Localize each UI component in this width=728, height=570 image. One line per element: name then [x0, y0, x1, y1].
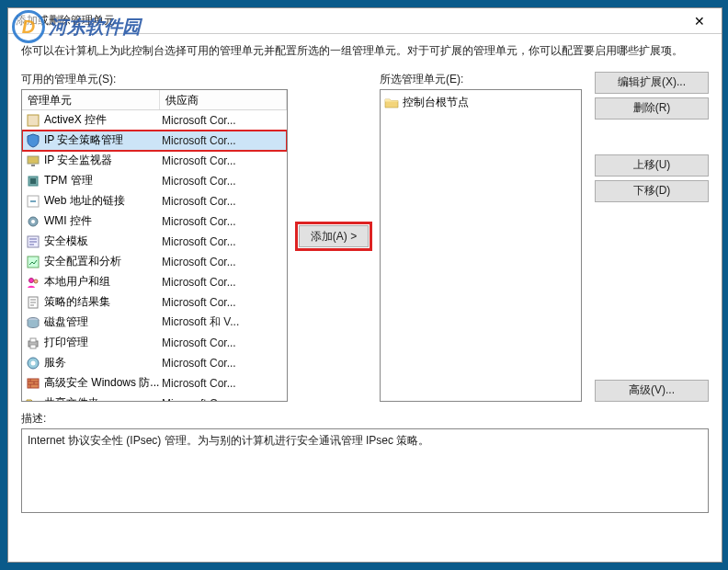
- available-label: 可用的管理单元(S):: [21, 72, 288, 87]
- header-vendor[interactable]: 供应商: [160, 90, 287, 109]
- snapin-name: ActiveX 控件: [44, 112, 162, 128]
- policy-icon: [26, 295, 40, 310]
- firewall-icon: [26, 376, 40, 391]
- svg-point-18: [31, 360, 36, 365]
- snapin-vendor: Microsoft Cor...: [162, 276, 283, 289]
- svg-rect-1: [28, 156, 39, 164]
- list-item[interactable]: 高级安全 Windows 防...Microsoft Cor...: [22, 373, 287, 393]
- list-item[interactable]: 安全配置和分析Microsoft Cor...: [22, 252, 287, 272]
- svg-rect-19: [28, 379, 39, 388]
- snapin-vendor: Microsoft Cor...: [162, 296, 283, 309]
- middle-column: 添加(A) >: [295, 72, 372, 402]
- folder-icon: [26, 396, 40, 401]
- snapin-vendor: Microsoft Cor...: [162, 336, 283, 349]
- description-box: Internet 协议安全性 (IPsec) 管理。为与别的计算机进行安全通讯管…: [21, 428, 709, 513]
- selected-listbox[interactable]: 控制台根节点: [380, 89, 582, 402]
- snapin-vendor: Microsoft Cor...: [162, 154, 283, 167]
- action-buttons-column: 编辑扩展(X)... 删除(R) 上移(U) 下移(D) 高级(V)...: [589, 72, 709, 402]
- move-down-button[interactable]: 下移(D): [595, 180, 709, 202]
- snapin-name: WMI 控件: [44, 213, 162, 229]
- list-item[interactable]: 打印管理Microsoft Cor...: [22, 333, 287, 353]
- users-icon: [26, 275, 40, 290]
- snapin-name: 本地用户和组: [44, 274, 162, 290]
- intro-text: 你可以在计算机上为此控制台选择可用的管理单元并配置所选的一组管理单元。对于可扩展…: [21, 43, 709, 59]
- list-item[interactable]: Web 地址的链接Microsoft Cor...: [22, 191, 287, 211]
- description-section: 描述: Internet 协议安全性 (IPsec) 管理。为与别的计算机进行安…: [21, 411, 709, 513]
- add-button-highlight: 添加(A) >: [296, 222, 371, 250]
- available-listbox[interactable]: 管理单元 供应商 ActiveX 控件Microsoft Cor...IP 安全…: [21, 89, 288, 402]
- advanced-button[interactable]: 高级(V)...: [595, 380, 709, 402]
- snapin-name: 打印管理: [44, 335, 162, 350]
- svg-rect-0: [28, 115, 39, 126]
- analysis-icon: [26, 255, 40, 269]
- snapin-name: 磁盘管理: [44, 314, 162, 330]
- svg-point-7: [31, 220, 35, 223]
- list-item[interactable]: TPM 管理Microsoft Cor...: [22, 171, 287, 191]
- list-item[interactable]: 策略的结果集Microsoft Cor...: [22, 292, 287, 313]
- snapin-vendor: Microsoft Cor...: [162, 235, 283, 248]
- close-button[interactable]: ✕: [681, 10, 718, 32]
- snapin-vendor: Microsoft Cor...: [162, 215, 283, 228]
- snapin-name: 高级安全 Windows 防...: [44, 375, 162, 391]
- add-button[interactable]: 添加(A) >: [299, 225, 369, 247]
- svg-rect-16: [30, 345, 36, 348]
- snapin-name: 安全配置和分析: [44, 254, 162, 269]
- shield-icon: [26, 133, 40, 148]
- services-icon: [26, 356, 40, 370]
- template-icon: [26, 234, 40, 249]
- activex-icon: [26, 113, 40, 128]
- list-item[interactable]: 磁盘管理Microsoft 和 V...: [22, 313, 287, 333]
- available-list-body[interactable]: ActiveX 控件Microsoft Cor...IP 安全策略管理Micro…: [22, 110, 287, 401]
- folder-icon: [384, 96, 399, 110]
- header-name[interactable]: 管理单元: [22, 90, 160, 109]
- snapin-vendor: Microsoft Cor...: [162, 175, 283, 188]
- content-area: 你可以在计算机上为此控制台选择可用的管理单元并配置所选的一组管理单元。对于可扩展…: [8, 34, 722, 562]
- snapin-vendor: Microsoft Cor...: [162, 134, 283, 147]
- tree-root-label: 控制台根节点: [403, 95, 469, 110]
- svg-rect-9: [28, 256, 39, 268]
- snapin-name: TPM 管理: [44, 173, 162, 188]
- tree-root-row[interactable]: 控制台根节点: [384, 94, 577, 112]
- snapin-vendor: Microsoft Cor...: [162, 397, 283, 401]
- selected-label: 所选管理单元(E):: [380, 72, 582, 87]
- description-label: 描述:: [21, 411, 709, 427]
- printer-icon: [26, 336, 40, 350]
- dialog-window: 添加或删除管理单元 ✕ D河东软件园 你可以在计算机上为此控制台选择可用的管理单…: [7, 7, 722, 563]
- disk-icon: [26, 315, 40, 330]
- svg-rect-2: [31, 165, 35, 166]
- list-item[interactable]: ActiveX 控件Microsoft Cor...: [22, 110, 287, 131]
- svg-rect-4: [30, 178, 36, 184]
- snapin-vendor: Microsoft Cor...: [162, 114, 283, 127]
- list-item[interactable]: 本地用户和组Microsoft Cor...: [22, 272, 287, 292]
- list-item[interactable]: WMI 控件Microsoft Cor...: [22, 211, 287, 232]
- edit-extensions-button[interactable]: 编辑扩展(X)...: [595, 72, 709, 94]
- gear-icon: [26, 214, 40, 229]
- window-title: 添加或删除管理单元: [16, 13, 681, 28]
- snapin-vendor: Microsoft 和 V...: [162, 314, 283, 330]
- link-icon: [26, 194, 40, 209]
- chip-icon: [26, 174, 40, 188]
- move-up-button[interactable]: 上移(U): [595, 154, 709, 177]
- list-item[interactable]: 服务Microsoft Cor...: [22, 353, 287, 373]
- snapin-name: 共享文件夹: [44, 395, 162, 401]
- snapin-vendor: Microsoft Cor...: [162, 357, 283, 370]
- snapin-name: Web 地址的链接: [44, 193, 162, 209]
- snapin-name: 安全模板: [44, 234, 162, 249]
- snapin-name: 服务: [44, 355, 162, 370]
- list-item[interactable]: 安全模板Microsoft Cor...: [22, 232, 287, 252]
- list-item[interactable]: IP 安全监视器Microsoft Cor...: [22, 151, 287, 171]
- svg-point-10: [29, 278, 34, 282]
- snapin-name: IP 安全监视器: [44, 153, 162, 168]
- list-item[interactable]: IP 安全策略管理Microsoft Cor...: [22, 131, 287, 151]
- snapin-vendor: Microsoft Cor...: [162, 256, 283, 268]
- svg-rect-15: [30, 338, 36, 342]
- snapin-vendor: Microsoft Cor...: [162, 377, 283, 390]
- snapin-vendor: Microsoft Cor...: [162, 195, 283, 208]
- snapin-name: 策略的结果集: [44, 294, 162, 310]
- list-item[interactable]: 共享文件夹Microsoft Cor...: [22, 393, 287, 401]
- snapin-name: IP 安全策略管理: [44, 132, 162, 148]
- remove-button[interactable]: 删除(R): [595, 97, 709, 120]
- monitor-icon: [26, 154, 40, 168]
- available-list-header: 管理单元 供应商: [22, 90, 287, 110]
- titlebar: 添加或删除管理单元 ✕: [8, 8, 722, 34]
